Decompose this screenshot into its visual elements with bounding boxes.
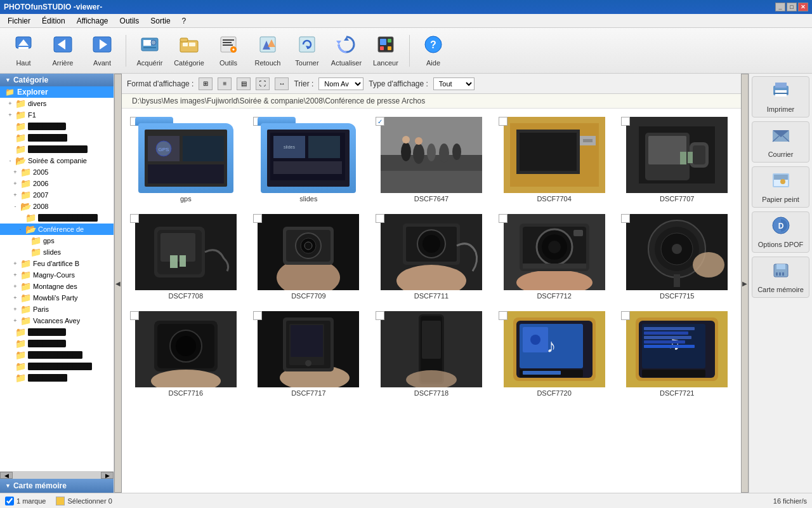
checkbox-dscf7721[interactable]: [621, 311, 630, 320]
svg-rect-138: [644, 327, 695, 330]
svg-rect-13: [183, 43, 188, 46]
view-detail-button[interactable]: ▤: [237, 77, 251, 90]
trier-select[interactable]: Nom Av Nom Dé Date Av Date Dé: [318, 77, 363, 90]
checkbox-dscf7715[interactable]: [621, 214, 630, 223]
maximize-button[interactable]: □: [787, 3, 797, 11]
haut-button[interactable]: Haut: [5, 30, 42, 71]
checkbox-dscf7718[interactable]: [376, 311, 384, 320]
actualiser-button[interactable]: Actualiser: [328, 30, 365, 71]
checkbox-dscf7708[interactable]: [130, 214, 139, 223]
tree-item-cb5[interactable]: 📁 ████████: [0, 372, 114, 384]
view-grid-button[interactable]: ⊞: [199, 77, 213, 90]
view-list-button[interactable]: ≡: [218, 77, 232, 90]
photo-cell-dscf7708[interactable]: DSCF7708: [127, 211, 245, 303]
photo-cell-dscf7716[interactable]: DSCF7716: [127, 308, 245, 400]
sidebar-scrollbar[interactable]: ◀ ▶: [0, 471, 114, 479]
photo-cell-dscf7715[interactable]: DSCF7715: [618, 211, 736, 303]
tree-container[interactable]: + 📁 divers + 📁 F1 📁 ██████ 📁 ████████: [0, 98, 114, 471]
actualiser-label: Actualiser: [331, 59, 362, 67]
photo-cell-dscf7721[interactable]: ♫ DSCF7721: [618, 308, 736, 400]
photo-cell-dscf7717[interactable]: DSCF7717: [250, 308, 368, 400]
aide-button[interactable]: ? Aide: [415, 30, 452, 71]
photo-cell-dscf7720[interactable]: ♪ DSCF7720: [495, 308, 613, 400]
view-full-button[interactable]: ⛶: [256, 77, 270, 90]
photo-cell-dscf7707[interactable]: DSCF7707: [618, 114, 736, 206]
photo-cell-dscf7712[interactable]: DSCF7712: [495, 211, 613, 303]
close-button[interactable]: ✕: [798, 3, 808, 11]
outils-button[interactable]: Outils: [210, 30, 247, 71]
left-expand-button[interactable]: ◀: [114, 74, 122, 493]
category-header[interactable]: Catégorie: [0, 74, 114, 86]
menu-sortie[interactable]: Sortie: [145, 15, 175, 27]
carte-memoire-header[interactable]: Carte mémoire: [0, 479, 114, 493]
checkbox-dscf7709[interactable]: [253, 214, 262, 223]
lanceur-button[interactable]: Lanceur: [367, 30, 404, 71]
photo-cell-dscf7711[interactable]: DSCF7711: [372, 211, 490, 303]
menu-outils[interactable]: Outils: [115, 15, 145, 27]
tree-item-c3[interactable]: 📁 ████████████: [0, 144, 114, 155]
checkbox-dscf7711[interactable]: [376, 214, 384, 223]
tree-item-2007[interactable]: + 📁 2007: [0, 189, 114, 201]
marque-checkbox[interactable]: [5, 497, 14, 505]
scroll-left[interactable]: ◀: [0, 472, 13, 479]
tree-item-slides[interactable]: 📁 slides: [0, 246, 114, 258]
tree-item-cb3[interactable]: 📁 ███████████: [0, 349, 114, 361]
tree-item-cb1[interactable]: 📁 ██: [0, 326, 114, 338]
tree-item-montagne[interactable]: + 📁 Montagne des: [0, 281, 114, 292]
tree-item-feu[interactable]: + 📁 Feu d'artifice B: [0, 258, 114, 269]
checkbox-dscf7647[interactable]: ✓: [376, 117, 384, 126]
checkbox-dscf7707[interactable]: [621, 117, 630, 126]
courrier-button[interactable]: Courrier: [752, 121, 809, 163]
tree-item-2006[interactable]: + 📁 2006: [0, 178, 114, 189]
tree-item-c1[interactable]: 📁 ██████: [0, 121, 114, 132]
papier-peint-button[interactable]: Papier peint: [752, 166, 809, 208]
type-select[interactable]: Tout Photos Vidéos: [433, 77, 475, 90]
tree-item-f1[interactable]: + 📁 F1: [0, 109, 114, 121]
tree-item-vacances[interactable]: + 📁 Vacances Avey: [0, 315, 114, 326]
tree-item-cb4[interactable]: 📁 █████████████: [0, 361, 114, 372]
photo-grid[interactable]: GPS gps slides: [122, 109, 741, 493]
imprimer-button[interactable]: Imprimer: [752, 76, 809, 117]
arriere-button[interactable]: Arrière: [44, 30, 81, 71]
tree-item-2005[interactable]: + 📁 2005: [0, 166, 114, 178]
tree-item-soiree[interactable]: - 📂 Soirée & companie: [0, 155, 114, 166]
scroll-right[interactable]: ▶: [101, 472, 114, 479]
photo-cell-dscf7647[interactable]: ✓ DSCF7647: [372, 114, 490, 206]
tree-item-conference[interactable]: - 📂 Conférence de: [0, 224, 114, 235]
tree-item-divers[interactable]: + 📁 divers: [0, 98, 114, 109]
avant-button[interactable]: Avant: [84, 30, 121, 71]
photo-cell-slides[interactable]: slides slides: [250, 114, 368, 206]
view-size-button[interactable]: ↔: [275, 77, 289, 90]
tree-item-magny[interactable]: + 📁 Magny-Cours: [0, 269, 114, 281]
menu-affichage[interactable]: Affichage: [72, 15, 114, 27]
tree-item-mowbli[interactable]: + 📁 Mowbli's Party: [0, 292, 114, 304]
categorie-button[interactable]: Catégorie: [171, 30, 207, 71]
minimize-button[interactable]: _: [775, 3, 785, 11]
checkbox-dscf7704[interactable]: [499, 117, 508, 126]
carte-memoire-sidebar-button[interactable]: Carte mémoire: [752, 257, 809, 298]
avant-label: Avant: [93, 59, 111, 67]
right-expand-button[interactable]: ▶: [741, 74, 749, 493]
tree-item-gps[interactable]: 📁 gps: [0, 235, 114, 246]
acquerir-button[interactable]: Acquérir: [131, 30, 168, 71]
menu-fichier[interactable]: Fichier: [3, 15, 36, 27]
explorer-item[interactable]: 📁 Explorer: [0, 86, 114, 98]
menu-aide[interactable]: ?: [177, 15, 192, 27]
photo-cell-gps[interactable]: GPS gps: [127, 114, 245, 206]
options-dpof-button[interactable]: D Options DPOF: [752, 211, 809, 253]
retouche-button[interactable]: Retouch: [249, 30, 286, 71]
checkbox-dscf7717[interactable]: [253, 311, 262, 320]
tree-item-paris[interactable]: + 📁 Paris: [0, 304, 114, 315]
checkbox-dscf7720[interactable]: [499, 311, 508, 320]
tree-item-c4[interactable]: 📁 ████████████: [0, 212, 114, 224]
checkbox-dscf7712[interactable]: [499, 214, 508, 223]
tree-item-c2[interactable]: 📁 ████████: [0, 132, 114, 144]
photo-cell-dscf7709[interactable]: DSCF7709: [250, 211, 368, 303]
tourner-button[interactable]: Tourner: [289, 30, 325, 71]
menu-edition[interactable]: Édition: [37, 15, 70, 27]
checkbox-dscf7716[interactable]: [130, 311, 139, 320]
photo-cell-dscf7704[interactable]: DSCF7704: [495, 114, 613, 206]
tree-item-2008[interactable]: - 📂 2008: [0, 201, 114, 212]
photo-cell-dscf7718[interactable]: DSCF7718: [372, 308, 490, 400]
tree-item-cb2[interactable]: 📁 ███████: [0, 338, 114, 349]
